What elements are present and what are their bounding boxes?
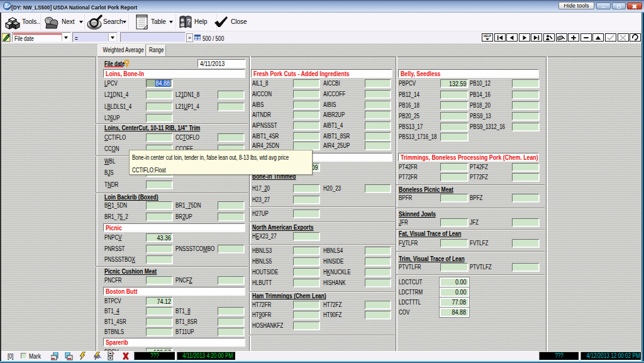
svg-text:?: ? — [187, 18, 191, 26]
svg-text:SQL: SQL — [94, 355, 102, 359]
